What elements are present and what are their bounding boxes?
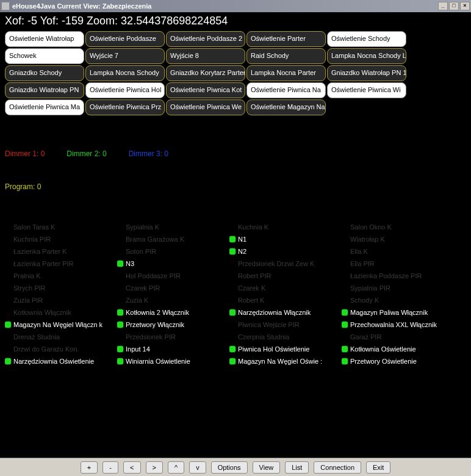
room-toggle[interactable]: Lampka Nocna Parter [246,65,326,81]
signal-cell[interactable]: Kotłownia Oświetlenie [342,344,451,355]
signal-cell[interactable]: Łazienka Parter K [5,246,115,257]
room-toggle[interactable]: Lampka Nocna Schody [85,65,165,81]
signal-cell[interactable]: Kotłownia Włącznik [5,307,115,318]
signal-cell[interactable]: N3 [117,258,227,269]
room-toggle[interactable]: Oświetlenie Poddasze 2 [166,31,245,47]
signal-cell[interactable]: Ella PIR [342,258,451,269]
room-toggle[interactable]: Wyjście 7 [85,48,165,64]
signal-cell[interactable]: Pralnia K [5,270,115,281]
signal-cell[interactable]: Sypialnia PIR [342,283,451,294]
signal-cell[interactable]: Przechowalnia XXL Włącznik [342,319,451,330]
room-toggle[interactable]: Oświetlenie Piwnica We [166,99,245,115]
signal-cell[interactable]: Przedsionek Drzwi Zew K [229,258,339,269]
signal-cell[interactable]: Narzędziownia Włącznik [229,307,339,318]
room-toggle[interactable]: Gniazdko Schody [5,65,84,81]
signal-cell[interactable]: Magazyn Na Węgiel Włączn k [5,319,115,330]
signal-cell[interactable]: Łazienka Parter PIR [5,258,115,269]
signal-cell[interactable]: Czerpnia Studnia [229,331,339,342]
signal-cell[interactable]: Narzędziownia Oświetlenie [5,356,115,367]
signal-cell[interactable]: Łazienka Poddasze PIR [342,270,451,281]
signal-label: Przetwory Oświetlenie [350,358,417,365]
signal-cell[interactable]: Czarek K [229,283,339,294]
signal-cell[interactable]: Kotłownia 2 Włącznik [117,307,227,318]
signal-cell[interactable]: Wiatrołap K [342,234,451,245]
room-toggle[interactable]: Gniazdko Wiatrołap PN 1 [327,65,406,81]
signal-cell[interactable]: Zuzia PIR [5,295,115,306]
signal-cell[interactable]: Schody K [342,295,451,306]
room-toggle[interactable]: Wyjście 8 [166,48,245,64]
signal-cell[interactable]: Kuchnia PIR [5,234,115,245]
signal-cell[interactable]: Robert PIR [229,270,339,281]
signal-cell[interactable]: Przetwory Oświetlenie [342,356,451,367]
signal-label: Drenaż Studnia [13,333,60,341]
room-toggle[interactable]: Oświetlenie Poddasze [85,31,165,47]
signal-cell[interactable]: Kuchnia K [229,222,339,233]
signal-cell[interactable]: Input 14 [117,344,227,355]
pan-left-button[interactable]: < [123,461,140,474]
room-toggle[interactable]: Oświetlenie Wiatrołap [5,31,84,47]
signal-cell[interactable]: Garaż PIR [342,331,451,342]
pan-down-button[interactable]: v [189,461,206,474]
room-toggle[interactable]: Oświetlenie Schody [327,31,406,47]
signal-cell[interactable]: Hol Poddasze PIR [117,270,227,281]
signal-cell[interactable]: Czarek PIR [117,283,227,294]
room-toggle[interactable]: Lampka Nocna Schody L [327,48,406,64]
room-toggle[interactable]: Oświetlenie Piwnica Na [246,82,326,98]
signal-cell[interactable]: Przedsionek PIR [117,331,227,342]
signal-cell[interactable]: Przetwory Włącznik [117,319,227,330]
signal-label: Piwnica Hol Oświetlenie [238,345,309,353]
signal-cell[interactable]: Salon Taras K [5,222,115,233]
signal-label: Łazienka Poddasze PIR [350,272,422,279]
signal-cell[interactable]: Ella K [342,246,451,257]
close-button[interactable]: × [460,2,470,10]
zoom-in-button[interactable]: + [81,461,98,474]
signal-label: Drzwi do Garażu Kon. [13,345,79,353]
minimize-button[interactable]: _ [438,2,448,10]
options-button[interactable]: Options [211,461,248,474]
signal-cell[interactable]: Salon Okno K [342,222,451,233]
room-toggle[interactable]: Schowek [5,48,84,64]
signal-cell[interactable]: N2 [229,246,339,257]
view-button[interactable]: View [253,461,281,474]
signal-label: Przedsionek PIR [126,333,176,341]
status-dot-icon [117,358,123,364]
signal-cell[interactable]: Zuzia K [117,295,227,306]
signal-cell[interactable]: Magazyn Paliwa Włącznik [342,307,451,318]
pan-right-button[interactable]: > [146,461,163,474]
signal-cell[interactable]: N1 [229,234,339,245]
room-toggle[interactable]: Raid Schody [246,48,326,64]
zoom-out-button[interactable]: - [102,461,118,474]
signal-cell[interactable]: Drenaż Studnia [5,331,115,342]
room-toggle[interactable]: Oświetlenie Piwnica Wi [327,82,406,98]
signal-cell[interactable]: Strych PIR [5,283,115,294]
signal-cell[interactable]: Piwnica Wejście PIR [229,319,339,330]
connection-button[interactable]: Connection [314,461,361,474]
signal-label: N3 [126,260,134,267]
signal-label: Magazyn Na Węgiel Włączn k [13,321,102,328]
room-toggle[interactable]: Oświetlenie Magazyn Narzędzia [246,99,326,115]
room-toggle[interactable]: Gniazdko Wiatrołap PN [5,82,84,98]
signal-label: Czarek PIR [126,284,160,292]
signal-cell[interactable]: Winiarnia Oświetlenie [117,356,227,367]
signal-label: Kuchnia PIR [13,236,51,243]
room-toggle[interactable]: Oświetlenie Parter [246,31,326,47]
room-toggle[interactable]: Oświetlenie Piwnica Ma [5,99,84,115]
signal-cell[interactable]: Sypialnia K [117,222,227,233]
signal-cell[interactable]: Drzwi do Garażu Kon. [5,344,115,355]
maximize-button[interactable]: □ [449,2,459,10]
room-toggle[interactable]: Oświetlenie Piwnica Prz [85,99,165,115]
signal-cell[interactable]: Robert K [229,295,339,306]
signal-label: Narzędziownia Oświetlenie [13,358,94,365]
signal-label: Czarek K [238,284,265,292]
list-button[interactable]: List [285,461,309,474]
signal-cell[interactable]: Soton PIR [117,246,227,257]
signal-cell[interactable]: Piwnica Hol Oświetlenie [229,344,339,355]
room-toggle[interactable]: Oświetlenie Piwnica Kot [166,82,245,98]
pan-up-button[interactable]: ^ [168,461,184,474]
signal-label: Magazyn Paliwa Włącznik [350,309,428,316]
signal-cell[interactable]: Magazyn Na Węgiel Oświe : [229,356,339,367]
signal-cell[interactable]: Brama Garażowa K [117,234,227,245]
exit-button[interactable]: Exit [366,461,390,474]
room-toggle[interactable]: Oświetlenie Piwnica Hol [85,82,165,98]
room-toggle[interactable]: Gniazdko Korytarz Parter [166,65,245,81]
